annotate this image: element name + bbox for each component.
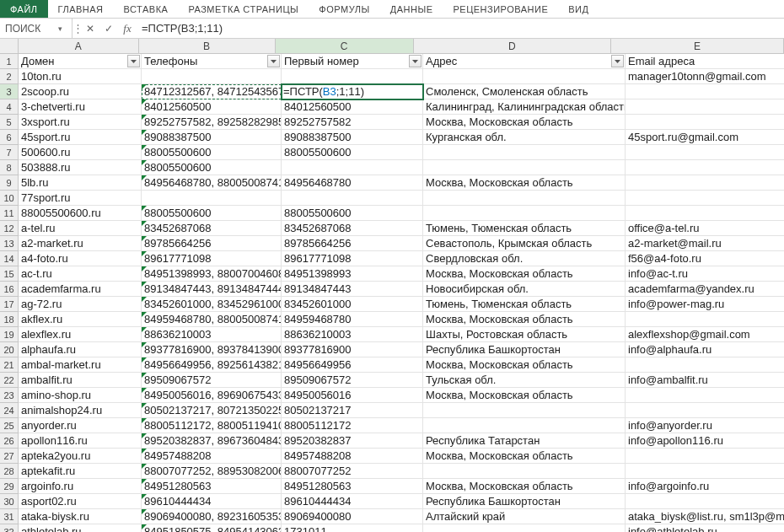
header-cell-domain[interactable]: Домен xyxy=(19,54,142,69)
cell[interactable]: argoinfo.ru xyxy=(19,479,142,494)
cell[interactable]: 3xsport.ru xyxy=(19,115,142,130)
cell[interactable]: alexflexshop@gmail.com xyxy=(626,327,784,342)
row-header[interactable]: 1 xyxy=(0,54,19,69)
row-header[interactable]: 12 xyxy=(0,221,19,236)
row-header[interactable]: 3 xyxy=(0,84,19,99)
cell[interactable]: 89509067572 xyxy=(142,373,282,388)
cell[interactable]: alphaufa.ru xyxy=(19,342,142,357)
cell[interactable]: info@anyorder.ru xyxy=(626,418,784,433)
cell[interactable]: 89252757582, 89258282985 xyxy=(142,115,282,130)
tab-review[interactable]: РЕЦЕНЗИРОВАНИЕ xyxy=(443,0,558,18)
cell[interactable]: 88005112172 xyxy=(282,418,423,433)
cell[interactable] xyxy=(423,160,626,175)
cell[interactable]: 89785664256 xyxy=(282,236,423,251)
cancel-icon[interactable]: ✕ xyxy=(81,23,99,35)
enter-icon[interactable]: ✓ xyxy=(99,23,118,35)
tab-page-layout[interactable]: РАЗМЕТКА СТРАНИЦЫ xyxy=(178,0,309,18)
cell[interactable] xyxy=(626,175,784,191)
cell[interactable]: 84950056016 xyxy=(282,388,423,403)
cell[interactable]: 84956468780 xyxy=(282,175,423,191)
cell[interactable]: 84951398993 xyxy=(282,266,423,282)
cell[interactable]: a2-market@mail.ru xyxy=(626,236,784,251)
cell[interactable]: 84012560500 xyxy=(282,99,423,115)
cell[interactable] xyxy=(423,145,626,160)
cell[interactable] xyxy=(626,115,784,130)
row-header[interactable]: 19 xyxy=(0,327,19,342)
header-cell-address[interactable]: Адрес xyxy=(423,54,626,69)
cell[interactable]: info@apollon116.ru xyxy=(626,433,784,449)
cell[interactable]: Свердловская обл. xyxy=(423,251,626,266)
cell[interactable] xyxy=(423,464,626,479)
cell[interactable] xyxy=(423,403,626,418)
cell[interactable]: 83452601000 xyxy=(282,297,423,312)
cell[interactable]: Новосибирская обл. xyxy=(423,282,626,297)
cell[interactable]: 88005112172, 88005119410 xyxy=(142,418,282,433)
cell[interactable]: 77sport.ru xyxy=(19,191,142,206)
cell[interactable]: 84957488208 xyxy=(282,449,423,464)
cell[interactable]: academfarma.ru xyxy=(19,282,142,297)
filter-button[interactable] xyxy=(267,55,280,67)
cell[interactable]: 89377816900, 89378413900, 8937 xyxy=(142,342,282,357)
cell[interactable]: Москва, Московская область xyxy=(423,175,626,191)
name-box[interactable] xyxy=(5,23,54,35)
cell[interactable]: a4-foto.ru xyxy=(19,251,142,266)
cell[interactable]: ataka-biysk.ru xyxy=(19,509,142,524)
header-cell-email[interactable]: Email адреса xyxy=(626,54,784,69)
cell[interactable] xyxy=(626,84,784,99)
cell[interactable]: 89520382837 xyxy=(282,433,423,449)
row-header[interactable]: 25 xyxy=(0,418,19,433)
cell[interactable]: 45sport.ru xyxy=(19,130,142,145)
cell[interactable] xyxy=(423,524,626,532)
row-header[interactable]: 17 xyxy=(0,297,19,312)
cell[interactable]: aptekafit.ru xyxy=(19,464,142,479)
cell[interactable]: 89520382837, 89673604843 xyxy=(142,433,282,449)
cell[interactable]: a-tel.ru xyxy=(19,221,142,236)
cell[interactable] xyxy=(626,160,784,175)
cell[interactable]: =ПСТР(B3;1;11) xyxy=(282,84,423,99)
cell[interactable]: 84956649956 xyxy=(282,357,423,373)
cell[interactable]: 83452601000, 83452961000 xyxy=(142,297,282,312)
cell[interactable] xyxy=(423,191,626,206)
cell[interactable]: 88005500600 xyxy=(142,160,282,175)
cell[interactable]: 88005500600 xyxy=(282,145,423,160)
row-header[interactable]: 26 xyxy=(0,433,19,449)
cell[interactable]: Москва, Московская область xyxy=(423,357,626,373)
cell[interactable]: akflex.ru xyxy=(19,312,142,327)
cell[interactable]: 89617771098 xyxy=(142,251,282,266)
cell[interactable]: Республика Башкортостан xyxy=(423,494,626,509)
cell[interactable]: 5lb.ru xyxy=(19,175,142,191)
name-box-wrap[interactable]: ▾ xyxy=(0,19,72,38)
cell[interactable]: 89785664256 xyxy=(142,236,282,251)
row-header[interactable]: 11 xyxy=(0,206,19,221)
cell[interactable]: Москва, Московская область xyxy=(423,449,626,464)
cell[interactable]: ataka_biysk@list.ru, sm1l3p@mail.ru xyxy=(626,509,784,524)
filter-button[interactable] xyxy=(409,55,422,67)
row-header[interactable]: 29 xyxy=(0,479,19,494)
cell[interactable]: Москва, Московская область xyxy=(423,115,626,130)
cell[interactable]: info@athletelab.ru xyxy=(626,524,784,532)
row-header[interactable]: 14 xyxy=(0,251,19,266)
cell[interactable]: info@power-mag.ru xyxy=(626,297,784,312)
cell[interactable]: ambal-market.ru xyxy=(19,357,142,373)
name-box-dropdown-icon[interactable]: ▾ xyxy=(54,24,66,33)
cell[interactable]: info@argoinfo.ru xyxy=(626,479,784,494)
cell[interactable]: 89252757582 xyxy=(282,115,423,130)
cell[interactable]: 84951280563 xyxy=(142,479,282,494)
cell[interactable]: 3-chetverti.ru xyxy=(19,99,142,115)
col-header-C[interactable]: C xyxy=(276,39,414,54)
cell[interactable]: 89377816900 xyxy=(282,342,423,357)
cell[interactable]: Алтайский край xyxy=(423,509,626,524)
cell[interactable]: anyorder.ru xyxy=(19,418,142,433)
col-header-A[interactable]: A xyxy=(19,39,139,54)
cell[interactable]: info@alphaufa.ru xyxy=(626,342,784,357)
col-header-D[interactable]: D xyxy=(414,39,611,54)
cell[interactable]: athletelab.ru xyxy=(19,524,142,532)
row-header[interactable]: 4 xyxy=(0,99,19,115)
cell[interactable]: 89610444434 xyxy=(142,494,282,509)
cell[interactable]: 80502137217, 80721350225 xyxy=(142,403,282,418)
cell[interactable] xyxy=(423,206,626,221)
cell[interactable]: Севастополь, Крымская область xyxy=(423,236,626,251)
cell[interactable]: 89069400080, 89231605353 xyxy=(142,509,282,524)
fx-icon[interactable]: fx xyxy=(118,22,137,35)
header-cell-first-number[interactable]: Первый номер xyxy=(282,54,423,69)
